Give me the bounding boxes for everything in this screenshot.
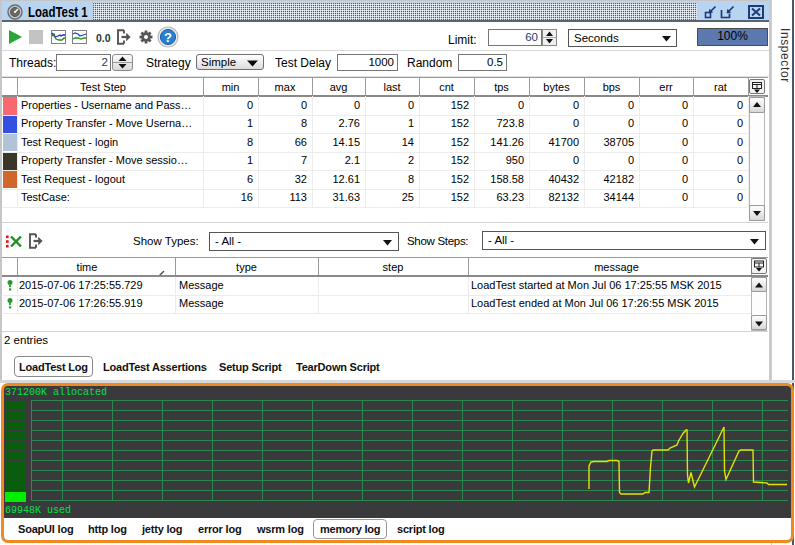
svg-text:?: ? — [164, 30, 172, 45]
